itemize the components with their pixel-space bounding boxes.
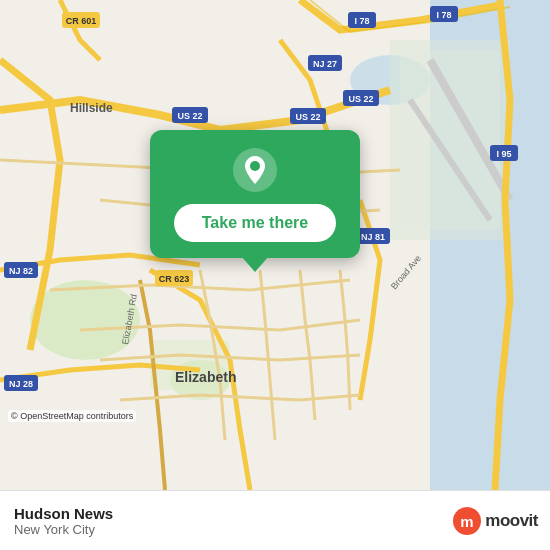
svg-text:m: m <box>461 513 474 530</box>
svg-text:CR 623: CR 623 <box>159 274 190 284</box>
footer-bar: Hudson News New York City m moovit <box>0 490 550 550</box>
footer-title: Hudson News <box>14 505 113 522</box>
take-me-there-button[interactable]: Take me there <box>174 204 336 242</box>
svg-point-38 <box>250 161 260 171</box>
svg-text:NJ 81: NJ 81 <box>361 232 385 242</box>
map-container: CR 601 I 78 I 78 US 22 US 22 NJ 27 US 22… <box>0 0 550 490</box>
svg-text:NJ 27: NJ 27 <box>313 59 337 69</box>
moovit-logo[interactable]: m moovit <box>453 507 538 535</box>
svg-text:CR 601: CR 601 <box>66 16 97 26</box>
location-popup: Take me there <box>150 130 360 258</box>
pin-icon <box>233 148 277 192</box>
svg-text:US 22: US 22 <box>348 94 373 104</box>
svg-text:NJ 82: NJ 82 <box>9 266 33 276</box>
svg-text:I 95: I 95 <box>496 149 511 159</box>
moovit-brand-text: moovit <box>485 511 538 531</box>
svg-text:US 22: US 22 <box>295 112 320 122</box>
svg-text:I 78: I 78 <box>354 16 369 26</box>
svg-text:Hillside: Hillside <box>70 101 113 115</box>
svg-text:Elizabeth: Elizabeth <box>175 369 236 385</box>
svg-text:NJ 28: NJ 28 <box>9 379 33 389</box>
svg-text:I 78: I 78 <box>436 10 451 20</box>
moovit-m-icon: m <box>453 507 481 535</box>
footer-info: Hudson News New York City <box>14 505 113 537</box>
svg-text:US 22: US 22 <box>177 111 202 121</box>
svg-text:Broad Ave: Broad Ave <box>389 253 423 291</box>
footer-subtitle: New York City <box>14 522 113 537</box>
svg-rect-3 <box>400 50 500 230</box>
osm-attribution: © OpenStreetMap contributors <box>8 410 136 422</box>
